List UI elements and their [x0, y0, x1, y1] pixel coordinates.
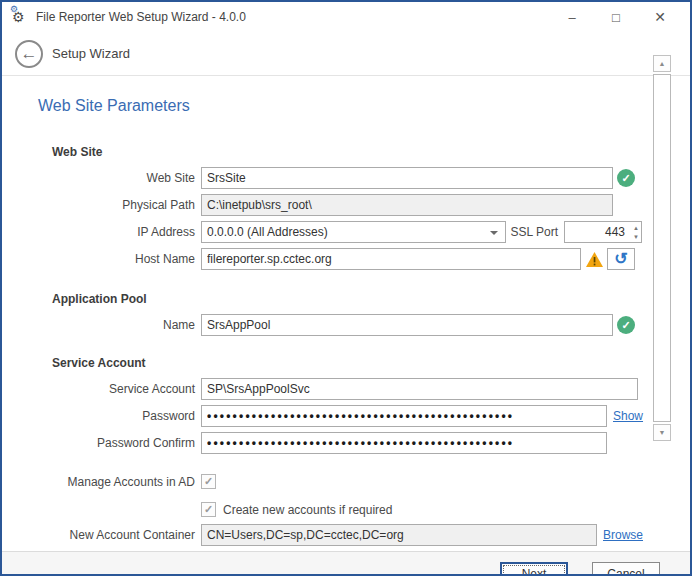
- new-account-container-label: New Account Container: [38, 528, 201, 542]
- scroll-up-icon: ▲: [659, 60, 666, 67]
- wizard-header-title: Setup Wizard: [52, 46, 130, 61]
- chevron-down-icon: [490, 231, 498, 235]
- ip-address-selected-value: 0.0.0.0 (All Addresses): [207, 225, 328, 239]
- physical-path-row: Physical Path: [38, 194, 690, 216]
- ip-address-label: IP Address: [38, 225, 201, 239]
- host-name-label: Host Name: [38, 252, 201, 266]
- service-account-input[interactable]: [201, 378, 638, 400]
- refresh-icon: ↺: [614, 251, 627, 267]
- physical-path-label: Physical Path: [38, 198, 201, 212]
- warning-icon: [585, 251, 604, 268]
- wizard-content: Web Site Parameters Web Site Web Site ✓ …: [2, 76, 690, 551]
- section-title-application-pool: Application Pool: [52, 292, 690, 306]
- page-title: Web Site Parameters: [38, 97, 690, 115]
- web-site-valid-icon: ✓: [617, 169, 635, 187]
- create-accounts-checkbox[interactable]: ✓: [201, 502, 216, 517]
- app-pool-valid-icon: ✓: [617, 316, 635, 334]
- footer-bar: Next Cancel: [2, 551, 690, 576]
- section-title-web-site: Web Site: [52, 145, 690, 159]
- cancel-button[interactable]: Cancel: [592, 562, 660, 576]
- web-site-label: Web Site: [38, 171, 201, 185]
- window-title: File Reporter Web Setup Wizard - 4.0.0: [36, 10, 246, 24]
- host-name-input[interactable]: [201, 248, 581, 270]
- app-gear-icon: ⚙ ⚙: [11, 8, 29, 26]
- physical-path-input: [201, 194, 613, 216]
- create-accounts-row: ✓ Create new accounts if required: [38, 502, 690, 517]
- password-field[interactable]: [201, 405, 607, 427]
- password-confirm-row: Password Confirm: [38, 432, 690, 454]
- scroll-down-button[interactable]: ▼: [653, 424, 671, 441]
- show-password-link[interactable]: Show: [613, 409, 643, 423]
- wizard-header: ← Setup Wizard: [2, 32, 690, 76]
- vertical-scrollbar[interactable]: ▲ ▼: [653, 55, 671, 441]
- create-accounts-label: Create new accounts if required: [223, 503, 392, 517]
- host-name-row: Host Name ↺: [38, 248, 690, 270]
- manage-accounts-checkbox[interactable]: ✓: [201, 474, 216, 489]
- password-confirm-label: Password Confirm: [38, 436, 201, 450]
- ip-address-row: IP Address 0.0.0.0 (All Addresses) SSL P…: [38, 221, 690, 243]
- password-label: Password: [38, 409, 201, 423]
- manage-accounts-label: Manage Accounts in AD: [38, 475, 201, 489]
- scroll-down-icon: ▼: [659, 429, 666, 436]
- window-controls: – □ ✕: [550, 3, 682, 31]
- browse-container-link[interactable]: Browse: [603, 528, 643, 542]
- web-site-input[interactable]: [201, 167, 613, 189]
- next-button[interactable]: Next: [500, 562, 568, 576]
- new-account-container-input: [201, 524, 597, 546]
- close-button[interactable]: ✕: [638, 3, 682, 31]
- ip-address-dropdown[interactable]: 0.0.0.0 (All Addresses): [201, 221, 506, 243]
- password-row: Password Show: [38, 405, 690, 427]
- ssl-port-label: SSL Port: [506, 225, 564, 239]
- checkbox-check-icon: ✓: [204, 476, 213, 487]
- spin-up-icon[interactable]: ▲: [633, 223, 639, 232]
- manage-accounts-row: Manage Accounts in AD ✓: [38, 474, 690, 489]
- app-pool-name-label: Name: [38, 318, 201, 332]
- ssl-port-value: 443: [605, 225, 625, 239]
- setup-wizard-window: ⚙ ⚙ File Reporter Web Setup Wizard - 4.0…: [0, 0, 692, 576]
- app-pool-name-input[interactable]: [201, 314, 613, 336]
- section-title-service-account: Service Account: [52, 356, 690, 370]
- service-account-label: Service Account: [38, 382, 201, 396]
- spin-down-icon[interactable]: ▼: [633, 232, 639, 241]
- app-pool-name-row: Name ✓: [38, 314, 690, 336]
- new-account-container-row: New Account Container Browse: [38, 524, 690, 546]
- web-site-row: Web Site ✓: [38, 167, 690, 189]
- ssl-port-stepper[interactable]: 443 ▲ ▼: [564, 221, 642, 243]
- back-arrow-icon: ←: [21, 45, 38, 62]
- scrollbar-thumb[interactable]: [653, 74, 671, 422]
- minimize-button[interactable]: –: [550, 3, 594, 31]
- refresh-host-name-button[interactable]: ↺: [607, 248, 635, 270]
- checkbox-check-icon: ✓: [204, 504, 213, 515]
- maximize-button[interactable]: □: [594, 3, 638, 31]
- scroll-up-button[interactable]: ▲: [653, 55, 671, 72]
- password-confirm-field[interactable]: [201, 432, 607, 454]
- back-button[interactable]: ←: [15, 40, 43, 68]
- spinner-arrows: ▲ ▼: [633, 223, 639, 241]
- title-bar: ⚙ ⚙ File Reporter Web Setup Wizard - 4.0…: [2, 2, 690, 32]
- service-account-row: Service Account: [38, 378, 690, 400]
